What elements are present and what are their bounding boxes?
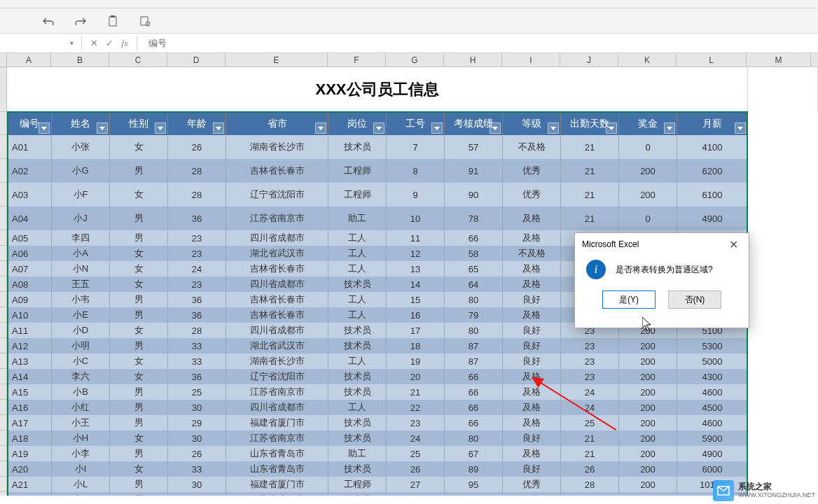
col-header-L[interactable]: L — [677, 53, 747, 66]
table-cell[interactable]: 80 — [445, 323, 503, 338]
table-cell[interactable]: 小F — [52, 183, 110, 206]
table-cell[interactable]: 男 — [110, 230, 168, 246]
col-header-I[interactable]: I — [502, 53, 560, 66]
table-cell[interactable]: 良好 — [503, 323, 561, 338]
table-cell[interactable]: 24 — [561, 400, 619, 415]
table-cell[interactable]: 男 — [110, 307, 168, 323]
table-cell[interactable]: A07 — [8, 261, 52, 276]
table-cell[interactable]: 10 — [387, 206, 445, 230]
table-cell[interactable]: 200 — [619, 384, 677, 400]
table-cell[interactable]: 及格 — [503, 384, 561, 400]
table-cell[interactable]: 5300 — [677, 338, 747, 354]
table-cell[interactable]: 女 — [110, 135, 168, 159]
table-cell[interactable]: 技术员 — [328, 135, 387, 159]
table-cell[interactable]: 女 — [110, 369, 168, 384]
table-cell[interactable]: A10 — [8, 307, 52, 323]
table-row[interactable]: A20小I女33山东省青岛市技术员2689良好262006000 — [7, 461, 748, 477]
table-cell[interactable]: 6100 — [677, 183, 747, 206]
table-cell[interactable]: 11 — [387, 230, 445, 246]
table-cell[interactable]: 小H — [52, 430, 110, 446]
table-cell[interactable]: 5000 — [677, 354, 747, 369]
table-cell[interactable]: 工程师 — [328, 477, 387, 492]
filter-icon[interactable] — [431, 122, 443, 134]
table-cell[interactable]: 工人 — [328, 400, 387, 415]
table-cell[interactable]: 湖北省武汉市 — [226, 492, 328, 496]
table-cell[interactable]: 200 — [619, 415, 677, 430]
close-icon[interactable]: ✕ — [725, 236, 742, 253]
table-cell[interactable]: 江苏省南京市 — [226, 206, 328, 230]
table-cell[interactable]: 男 — [110, 292, 168, 307]
table-cell[interactable]: 小红 — [52, 400, 110, 415]
table-cell[interactable]: 小韦 — [52, 292, 110, 307]
table-cell[interactable]: 江苏省南京市 — [226, 430, 328, 446]
table-cell[interactable]: 90 — [445, 183, 503, 206]
table-cell[interactable]: 良好 — [503, 354, 561, 369]
table-cell[interactable]: 66 — [445, 415, 503, 430]
filter-icon[interactable] — [735, 122, 746, 134]
table-cell[interactable]: 66 — [445, 369, 503, 384]
table-cell[interactable]: 湖北省武汉市 — [226, 338, 328, 354]
table-cell[interactable]: 58 — [445, 246, 503, 261]
table-cell[interactable]: A08 — [8, 276, 52, 292]
table-cell[interactable]: 36 — [168, 369, 226, 384]
table-cell[interactable]: 男 — [110, 384, 168, 400]
table-cell[interactable]: 87 — [445, 354, 503, 369]
table-cell[interactable]: 24 — [168, 261, 226, 276]
table-cell[interactable]: 21 — [561, 159, 619, 183]
table-cell[interactable]: 男 — [110, 338, 168, 354]
table-cell[interactable]: 200 — [619, 492, 677, 496]
table-cell[interactable]: 200 — [619, 369, 677, 384]
table-cell[interactable]: 22 — [387, 400, 445, 415]
table-cell[interactable]: A06 — [8, 246, 52, 261]
table-cell[interactable]: 小A — [52, 246, 110, 261]
table-cell[interactable]: 江苏省南京市 — [226, 384, 328, 400]
table-cell[interactable]: 优秀 — [503, 477, 561, 492]
table-cell[interactable]: 23 — [561, 354, 619, 369]
table-cell[interactable]: 200 — [619, 477, 677, 492]
header-cell-attendance[interactable]: 出勤天数 — [561, 113, 619, 135]
table-cell[interactable]: 26 — [168, 135, 226, 159]
fx-icon[interactable]: fx — [117, 38, 132, 49]
undo-icon[interactable] — [42, 15, 55, 27]
table-cell[interactable]: 0 — [619, 135, 677, 159]
header-cell-bonus[interactable]: 奖金 — [619, 113, 677, 135]
table-cell[interactable]: 27 — [387, 477, 445, 492]
table-cell[interactable]: 200 — [619, 461, 677, 477]
filter-icon[interactable] — [155, 122, 166, 134]
table-cell[interactable]: 66 — [445, 230, 503, 246]
table-cell[interactable]: 辽宁省沈阳市 — [226, 183, 328, 206]
yes-button[interactable]: 是(Y) — [602, 290, 656, 309]
table-row[interactable]: A22小K男26湖北省武汉市技术员2872及格282004600 — [7, 492, 748, 496]
filter-icon[interactable] — [548, 122, 559, 134]
table-cell[interactable]: 23 — [168, 276, 226, 292]
table-cell[interactable]: A22 — [8, 492, 52, 496]
table-cell[interactable]: 不及格 — [503, 135, 561, 159]
col-header-D[interactable]: D — [167, 53, 226, 66]
table-cell[interactable]: 28 — [561, 477, 619, 492]
header-cell-id[interactable]: 编号 — [8, 113, 52, 135]
table-cell[interactable]: 四川省成都市 — [226, 230, 328, 246]
table-cell[interactable]: 四川省成都市 — [226, 276, 328, 292]
table-cell[interactable]: 80 — [445, 430, 503, 446]
table-cell[interactable]: 28 — [168, 323, 226, 338]
col-header-B[interactable]: B — [51, 53, 109, 66]
table-cell[interactable]: 不及格 — [503, 246, 561, 261]
table-cell[interactable]: 79 — [445, 307, 503, 323]
table-row[interactable]: A12小明男33湖北省武汉市技术员1887良好232005300 — [7, 338, 748, 354]
table-cell[interactable]: 23 — [168, 246, 226, 261]
table-cell[interactable]: 65 — [445, 261, 503, 276]
table-cell[interactable]: 及格 — [503, 415, 561, 430]
table-cell[interactable]: 200 — [619, 400, 677, 415]
filter-icon[interactable] — [664, 122, 675, 134]
table-cell[interactable]: A13 — [8, 354, 52, 369]
table-cell[interactable]: 26 — [168, 446, 226, 461]
filter-icon[interactable] — [97, 122, 108, 134]
table-cell[interactable]: 优秀 — [503, 159, 561, 183]
table-row[interactable]: A21小L男30福建省厦门市工程师2795优秀2820010100 — [7, 477, 748, 492]
name-box[interactable] — [0, 34, 66, 52]
table-cell[interactable]: 64 — [445, 276, 503, 292]
table-cell[interactable]: 67 — [445, 446, 503, 461]
table-cell[interactable]: 21 — [561, 206, 619, 230]
table-cell[interactable]: 李四 — [52, 230, 110, 246]
table-row[interactable]: A16小红男30四川省成都市工人2266及格242004500 — [7, 400, 748, 415]
